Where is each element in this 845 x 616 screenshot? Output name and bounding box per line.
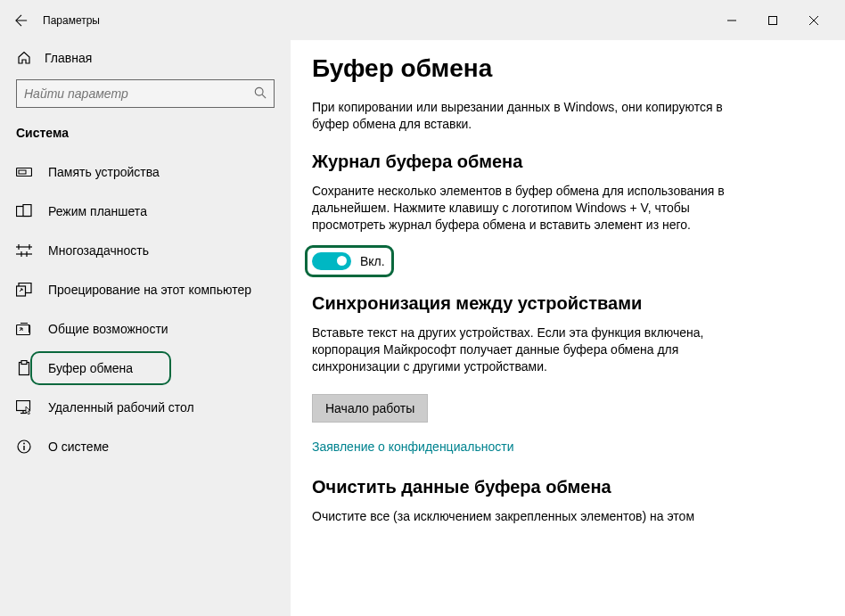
sync-description: Вставьте текст на других устройствах. Ес… [312, 324, 758, 376]
history-toggle-wrap: Вкл. [312, 252, 385, 270]
sidebar-nav: Память устройства Режим планшета Многоза… [0, 152, 291, 466]
home-link[interactable]: Главная [0, 40, 291, 76]
svg-rect-20 [21, 361, 27, 365]
close-icon [809, 16, 818, 25]
sidebar-item-label: Режим планшета [48, 204, 147, 218]
svg-point-25 [23, 443, 25, 445]
svg-rect-9 [23, 205, 31, 217]
storage-icon [16, 164, 32, 180]
content-area: Буфер обмена При копировании или вырезан… [291, 40, 845, 616]
info-icon [16, 439, 32, 455]
sidebar-item-about[interactable]: О системе [0, 427, 291, 466]
toggle-knob [337, 256, 347, 266]
sidebar-item-clipboard[interactable]: Буфер обмена [0, 349, 291, 388]
sidebar-item-label: Проецирование на этот компьютер [48, 283, 251, 297]
tablet-icon [16, 203, 32, 219]
sidebar: Главная Система Память устройства [0, 40, 291, 616]
home-icon [16, 50, 32, 66]
back-button[interactable] [11, 10, 32, 31]
maximize-icon [768, 16, 777, 25]
maximize-button[interactable] [752, 7, 793, 34]
svg-rect-1 [769, 16, 777, 24]
sidebar-item-label: Память устройства [48, 165, 160, 179]
clear-section-title: Очистить данные буфера обмена [312, 477, 818, 497]
sidebar-item-tablet-mode[interactable]: Режим планшета [0, 192, 291, 231]
remote-desktop-icon [16, 399, 32, 415]
settings-window: Параметры Главная [0, 0, 845, 616]
sidebar-item-multitasking[interactable]: Многозадачность [0, 231, 291, 270]
svg-rect-17 [17, 286, 26, 296]
sidebar-item-label: Многозадачность [48, 243, 149, 258]
svg-line-5 [262, 94, 266, 98]
search-input[interactable] [24, 86, 254, 101]
titlebar: Параметры [0, 0, 845, 40]
sidebar-item-storage[interactable]: Память устройства [0, 152, 291, 192]
search-icon [254, 86, 267, 102]
sidebar-item-label: Буфер обмена [48, 361, 133, 375]
sidebar-item-label: Общие возможности [48, 322, 168, 336]
home-label: Главная [45, 51, 92, 65]
projecting-icon [16, 282, 32, 298]
shared-icon [16, 321, 32, 337]
svg-rect-7 [19, 170, 26, 174]
sync-section-title: Синхронизация между устройствами [312, 293, 818, 314]
svg-rect-18 [17, 325, 30, 335]
close-button[interactable] [793, 7, 834, 34]
page-title: Буфер обмена [312, 54, 818, 83]
intro-text: При копировании или вырезании данных в W… [312, 99, 758, 134]
minimize-icon [727, 16, 736, 25]
multitasking-icon [16, 242, 32, 259]
sidebar-item-shared-experiences[interactable]: Общие возможности [0, 309, 291, 349]
window-title: Параметры [43, 14, 100, 27]
minimize-button[interactable] [711, 7, 752, 34]
sidebar-item-label: О системе [48, 439, 109, 454]
toggle-state-label: Вкл. [360, 254, 385, 268]
privacy-link[interactable]: Заявление о конфиденциальности [312, 439, 513, 454]
svg-point-4 [255, 87, 263, 95]
history-section-title: Журнал буфера обмена [312, 152, 818, 172]
window-controls [711, 7, 834, 34]
sidebar-item-projecting[interactable]: Проецирование на этот компьютер [0, 270, 291, 309]
sidebar-item-label: Удаленный рабочий стол [48, 400, 194, 415]
arrow-left-icon [15, 14, 28, 27]
sync-start-button[interactable]: Начало работы [312, 394, 428, 423]
search-box[interactable] [16, 79, 275, 108]
history-toggle[interactable] [312, 252, 351, 270]
clear-description: Очистите все (за исключением закрепленны… [312, 508, 758, 525]
history-description: Сохраните несколько элементов в буфер об… [312, 183, 758, 234]
clipboard-icon [16, 360, 32, 376]
category-label: Система [0, 119, 291, 147]
sidebar-item-remote-desktop[interactable]: Удаленный рабочий стол [0, 388, 291, 427]
